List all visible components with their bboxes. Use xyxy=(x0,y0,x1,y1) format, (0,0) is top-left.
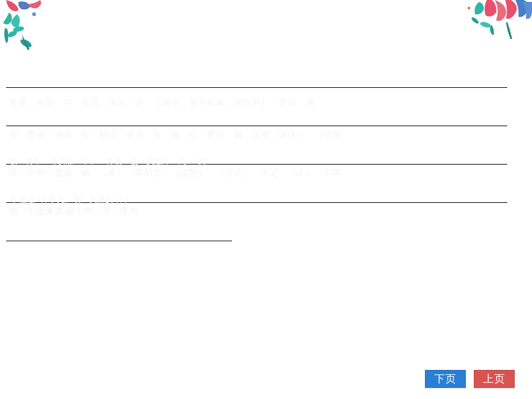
ruled-line-2: 应 曹操 谈降 在 蔡瑁、张允 改 降 后 曹操 就 说书（训练） （说明 杨 … xyxy=(6,126,507,165)
svg-point-6 xyxy=(479,21,491,28)
ruled-line-4: 杨 引用重要-被引用…尽…降为 xyxy=(6,203,232,241)
svg-point-5 xyxy=(471,16,480,25)
line-text-4: 降 引用 曹操 杨 （本） 帮助万，（说明） （仪式） 决定 （术） 引降 xyxy=(9,168,504,179)
svg-point-4 xyxy=(22,5,25,7)
floral-decoration-left xyxy=(0,0,49,56)
svg-point-3 xyxy=(32,12,36,16)
svg-point-7 xyxy=(468,7,470,9)
line-text-1: 答案 将军 与 蔡瑁、张允 谈 （说明：显示抽象，训练中） 将领 调 xyxy=(9,97,504,108)
navigation-buttons: 下页 上页 xyxy=(425,370,515,388)
next-page-button[interactable]: 下页 xyxy=(425,370,466,388)
prev-page-button[interactable]: 上页 xyxy=(474,370,515,388)
ruled-line-1: 答案 将军 与 蔡瑁、张允 谈 （说明：显示抽象，训练中） 将领 调 xyxy=(6,88,507,126)
ruled-line-3: 降 引用 曹操 杨 （本） 帮助万，（说明） （仪式） 决定 （术） 引降 等-… xyxy=(6,165,507,203)
line-text-6: 杨 引用重要-被引用…尽…降为 xyxy=(9,206,229,217)
floral-decoration-right xyxy=(452,0,532,43)
writing-area: 答案 将军 与 蔡瑁、张允 谈 （说明：显示抽象，训练中） 将领 调 应 曹操 … xyxy=(6,80,507,241)
line-text-2: 应 曹操 谈降 在 蔡瑁、张允 改 降 后 曹操 就 说书（训练） （说明 xyxy=(9,129,504,140)
ruled-line-top xyxy=(6,80,507,88)
